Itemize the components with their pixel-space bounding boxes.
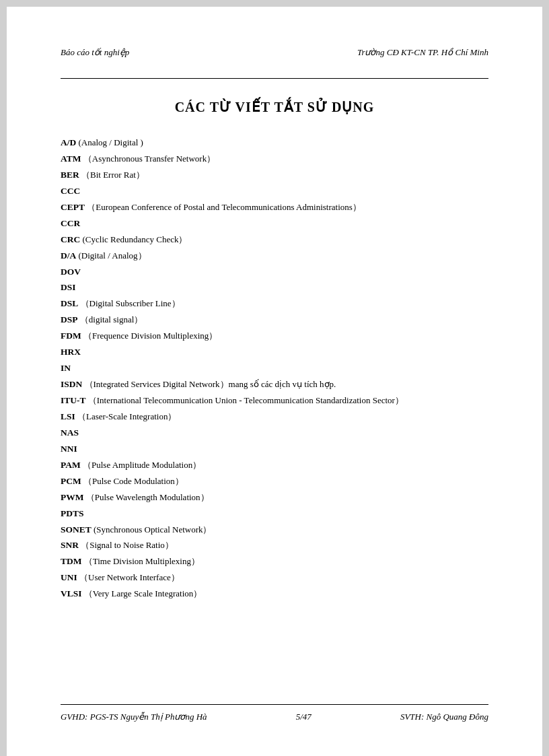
abbr-term: SONET [61, 524, 92, 535]
abbr-term: CRC [61, 234, 80, 244]
abbr-description: （International Telecommunication Union -… [86, 395, 404, 405]
abbr-term: PAM [61, 460, 81, 470]
abbr-term: HRX [61, 347, 81, 357]
abbr-term: D/A [61, 250, 76, 261]
header-left: Báo cáo tốt nghiệp [61, 47, 129, 58]
abbr-description: （Pulse Wavelength Modulation） [84, 492, 209, 502]
list-item: PAM （Pulse Amplitude Modulation） [61, 458, 488, 473]
page-title: CÁC TỪ VIẾT TẮT SỬ DỤNG [61, 99, 488, 115]
list-item: FDM （Frequence Division Multiplexing） [61, 329, 488, 344]
abbreviations-content: A/D (Analog / Digital )ATM （Asynchronous… [61, 135, 488, 704]
footer-left: GVHD: PGS-TS Nguyễn Thị Phương Hà [61, 712, 207, 722]
abbr-description: （Time Division Multiplexing） [82, 556, 200, 566]
list-item: CEPT （European Conference of Postal and … [61, 200, 488, 215]
abbr-description: （Integrated Services Digital Network）man… [82, 379, 336, 389]
abbr-term: DOV [61, 267, 81, 277]
footer-right: SVTH: Ngô Quang Đông [400, 712, 488, 722]
abbr-term: PCM [61, 476, 81, 486]
abbr-term: SNR [61, 540, 79, 550]
abbr-term: DSP [61, 314, 78, 324]
abbr-term: IN [61, 363, 71, 373]
abbr-description: (Digital / Analog） [76, 250, 146, 261]
footer-center: 5/47 [296, 712, 312, 722]
list-item: ITU-T （International Telecommunication U… [61, 393, 488, 409]
list-item: CCC [61, 184, 488, 199]
abbr-description: （Asynchronous Transfer Network） [81, 153, 216, 164]
list-item: VLSI （Very Large Scale Integration） [61, 586, 488, 602]
abbr-description: (Analog / Digital ) [76, 137, 143, 147]
list-item: SONET (Synchronous Optical Network） [61, 522, 488, 538]
page-footer: GVHD: PGS-TS Nguyễn Thị Phương Hà 5/47 S… [61, 712, 488, 722]
list-item: PCM （Pulse Code Modulation） [61, 474, 488, 489]
list-item: IN [61, 361, 488, 376]
abbr-term: UNI [61, 572, 77, 582]
abbr-term: CEPT [61, 202, 85, 212]
abbr-term: PWM [61, 492, 84, 502]
list-item: ATM （Asynchronous Transfer Network） [61, 151, 488, 167]
abbr-description: （Laser-Scale Integration） [75, 411, 177, 421]
title-section: CÁC TỪ VIẾT TẮT SỬ DỤNG [61, 99, 488, 115]
abbr-term: NNI [61, 444, 77, 454]
abbr-description: （Frequence Division Multiplexing） [81, 331, 218, 341]
list-item: DSP （digital signal） [61, 312, 488, 328]
abbr-term: NAS [61, 427, 79, 438]
abbr-term: DSI [61, 282, 76, 292]
header-divider [61, 78, 488, 79]
page: Báo cáo tốt nghiệp Trường CĐ KT-CN TP. H… [7, 7, 542, 756]
abbr-term: BER [61, 170, 79, 180]
list-item: D/A (Digital / Analog） [61, 248, 488, 264]
list-item: PWM （Pulse Wavelength Modulation） [61, 490, 488, 506]
abbr-description: （Bit Error Rat） [79, 170, 145, 180]
list-item: A/D (Analog / Digital ) [61, 135, 488, 151]
abbr-term: FDM [61, 331, 81, 341]
abbr-description: （European Conference of Postal and Telec… [85, 202, 361, 212]
list-item: ISDN （Integrated Services Digital Networ… [61, 377, 488, 392]
abbr-term: A/D [61, 137, 76, 147]
page-header: Báo cáo tốt nghiệp Trường CĐ KT-CN TP. H… [61, 47, 488, 58]
list-item: HRX [61, 345, 488, 360]
abbr-description: （Pulse Amplitude Modulation） [81, 460, 201, 470]
abbr-description: （Digital Subscriber Line） [78, 298, 180, 308]
abbr-description: （Very Large Scale Integration） [82, 588, 203, 598]
list-item: DOV [61, 265, 488, 280]
abbr-description: (Cyclic Redundancy Check） [80, 234, 187, 244]
abbr-term: ATM [61, 153, 81, 164]
footer-divider [61, 704, 488, 705]
list-item: CCR [61, 216, 488, 232]
list-item: BER （Bit Error Rat） [61, 168, 488, 183]
list-item: SNR （Signal to Noise Ratio） [61, 538, 488, 553]
list-item: CRC (Cyclic Redundancy Check） [61, 232, 488, 248]
abbr-term: CCC [61, 186, 80, 196]
abbr-description: (Synchronous Optical Network） [92, 524, 212, 535]
abbr-description: （digital signal） [78, 314, 143, 324]
list-item: LSI （Laser-Scale Integration） [61, 409, 488, 425]
abbr-term: CCR [61, 218, 80, 228]
abbr-description: （Pulse Code Modulation） [81, 476, 184, 486]
abbr-term: ISDN [61, 379, 82, 389]
list-item: PDTS [61, 506, 488, 522]
list-item: TDM （Time Division Multiplexing） [61, 554, 488, 570]
abbr-description: （Signal to Noise Ratio） [79, 540, 174, 550]
header-right: Trường CĐ KT-CN TP. Hồ Chí Minh [357, 47, 488, 58]
abbr-term: TDM [61, 556, 82, 566]
list-item: DSL （Digital Subscriber Line） [61, 296, 488, 312]
abbr-term: ITU-T [61, 395, 86, 405]
list-item: NNI [61, 442, 488, 457]
list-item: NAS [61, 425, 488, 441]
abbr-term: VLSI [61, 588, 82, 598]
abbr-term: DSL [61, 298, 78, 308]
abbr-description: （User Network Interface） [77, 572, 180, 582]
list-item: DSI [61, 280, 488, 296]
abbr-term: PDTS [61, 508, 84, 518]
list-item: UNI （User Network Interface） [61, 570, 488, 586]
abbr-term: LSI [61, 411, 75, 421]
